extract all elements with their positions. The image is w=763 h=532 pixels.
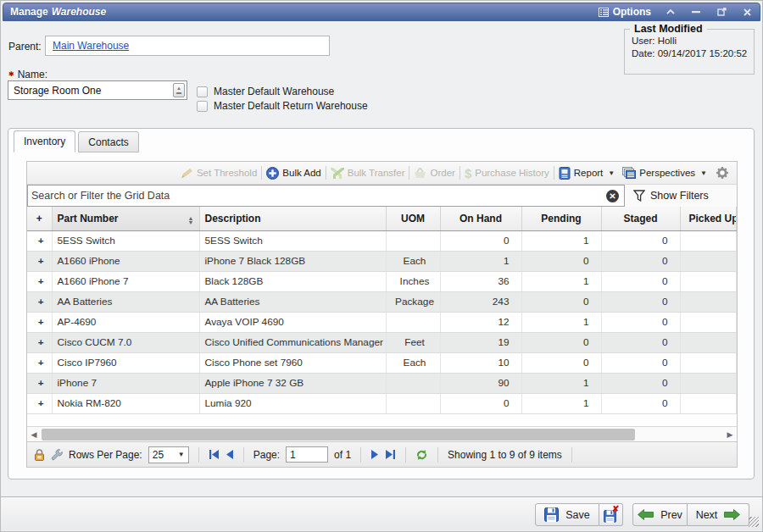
cell-picked [680, 373, 737, 393]
cell-part: iPhone 7 [52, 373, 199, 393]
basket-icon [414, 168, 426, 179]
save-and-close-button[interactable]: ✘ [599, 503, 623, 526]
last-modified-panel: Last Modified User: Holli Date: 09/14/20… [624, 29, 755, 75]
table-row[interactable]: +Nokia RM-820Lumia 920010 [27, 393, 737, 413]
set-threshold-button[interactable]: Set Threshold [176, 168, 261, 179]
row-expand-icon[interactable]: + [27, 291, 52, 312]
cell-uom: Each [386, 251, 440, 271]
next-button[interactable]: Next [688, 503, 749, 526]
table-row[interactable]: +AA BatteriesAA BatteriesPackage24300 [27, 291, 737, 312]
cell-pending: 1 [521, 312, 601, 332]
row-expand-icon[interactable]: + [27, 352, 52, 373]
popout-icon [717, 8, 727, 16]
gear-icon [716, 167, 728, 179]
refresh-button[interactable] [415, 449, 428, 461]
row-expand-icon[interactable]: + [27, 271, 52, 291]
master-default-warehouse-checkbox[interactable] [197, 86, 208, 97]
wrench-icon[interactable] [51, 449, 63, 461]
cell-on_hand: 19 [440, 332, 521, 352]
table-row[interactable]: +5ESS Switch5ESS Switch010 [27, 230, 737, 251]
options-label: Options [613, 6, 651, 18]
grid-settings-gear-icon[interactable] [711, 167, 732, 179]
row-expand-icon[interactable]: + [27, 251, 52, 271]
clear-search-icon[interactable]: ✕ [606, 190, 619, 202]
table-row[interactable]: +Cisco IP7960Cisco Phone set 7960Each100… [27, 352, 737, 373]
prev-button[interactable]: Prev [632, 503, 688, 526]
inventory-grid: Set Threshold Bulk Add Bulk Transfer [26, 161, 738, 468]
name-spinner-icon[interactable]: ▲▬ [173, 83, 185, 97]
parent-warehouse-link[interactable]: Main Warehouse [53, 40, 129, 52]
horizontal-scrollbar[interactable]: ◀ ▶ [27, 426, 737, 441]
table-row[interactable]: +A1660 iPhoneiPhone 7 Black 128GBEach100 [27, 251, 737, 271]
column-header-description[interactable]: Description [199, 207, 386, 230]
show-filters-button[interactable]: Show Filters [625, 185, 737, 207]
tab-inventory[interactable]: Inventory [14, 130, 75, 152]
row-expand-icon[interactable]: + [27, 312, 52, 332]
cell-part: AP-4690 [52, 312, 199, 332]
cell-on_hand: 243 [440, 291, 521, 312]
cell-picked [680, 352, 737, 373]
dollar-icon: $ [465, 168, 471, 179]
name-field[interactable]: Storage Room One ▲▬ [8, 80, 187, 100]
rows-per-page-label: Rows Per Page: [69, 449, 142, 461]
master-default-return-warehouse-label: Master Default Return Warehouse [214, 100, 368, 112]
master-default-warehouse-label: Master Default Warehouse [214, 86, 334, 97]
cell-staged: 0 [601, 393, 680, 413]
tab-contacts[interactable]: Contacts [78, 131, 138, 152]
options-menu-button[interactable]: Options [599, 6, 651, 18]
bulk-transfer-button[interactable]: Bulk Transfer [326, 168, 409, 179]
cell-picked [680, 312, 737, 332]
resize-handle[interactable] [749, 517, 759, 527]
table-row[interactable]: +Cisco CUCM 7.0Cisco Unified Communicati… [27, 332, 737, 352]
column-header-part-number[interactable]: Part Number▲▼ [52, 207, 199, 230]
cell-picked [680, 332, 737, 352]
scroll-left-arrow[interactable]: ◀ [27, 430, 41, 439]
lock-icon[interactable] [34, 449, 45, 461]
first-page-button[interactable] [209, 450, 220, 459]
minimize-button[interactable] [690, 8, 702, 15]
grid-search-input[interactable]: Search or Filter the Grid Data ✕ [27, 185, 625, 207]
row-expand-icon[interactable]: + [27, 373, 52, 393]
pencil-icon [181, 168, 193, 179]
collapse-button[interactable] [665, 9, 677, 14]
save-disk-icon [544, 507, 559, 522]
prev-page-button[interactable] [226, 450, 234, 459]
row-expand-icon[interactable]: + [27, 332, 52, 352]
add-icon [266, 167, 279, 180]
row-expand-icon[interactable]: + [27, 230, 52, 251]
popout-button[interactable] [716, 8, 727, 16]
master-default-return-warehouse-checkbox[interactable] [197, 101, 208, 112]
column-header-staged[interactable]: Staged [601, 207, 680, 230]
sort-icon: ▲▼ [188, 216, 194, 224]
expand-all-header[interactable]: + [27, 207, 52, 230]
purchase-history-button[interactable]: $ Purchase History [460, 168, 554, 179]
parent-field[interactable]: Main Warehouse [45, 36, 330, 56]
close-button[interactable] [741, 8, 753, 16]
bulk-add-button[interactable]: Bulk Add [262, 167, 325, 180]
save-button[interactable]: Save [535, 503, 599, 526]
scrollbar-thumb[interactable] [42, 429, 635, 441]
column-header-picked-up[interactable]: Picked Up [680, 207, 737, 230]
perspectives-button[interactable]: Perspectives▼ [619, 167, 711, 179]
rows-per-page-select[interactable]: 25▼ [148, 446, 189, 463]
order-button[interactable]: Order [409, 168, 459, 179]
report-icon [559, 167, 571, 180]
cell-on_hand: 1 [440, 251, 521, 271]
cell-staged: 0 [601, 312, 680, 332]
table-row[interactable]: +iPhone 7Apple iPhone 7 32 GB9010 [27, 373, 737, 393]
window-titlebar: ManageWarehouse Options [3, 3, 760, 21]
report-button[interactable]: Report▼ [554, 167, 619, 180]
cell-on_hand: 36 [440, 271, 521, 291]
table-row[interactable]: +AP-4690Avaya VOIP 46901210 [27, 312, 737, 332]
last-page-button[interactable] [385, 450, 396, 459]
page-number-input[interactable]: 1 [286, 446, 328, 463]
column-header-pending[interactable]: Pending [521, 207, 601, 230]
row-expand-icon[interactable]: + [27, 393, 52, 413]
next-page-button[interactable] [370, 450, 379, 459]
table-row[interactable]: +A1660 iPhone 7Black 128GBInches3610 [27, 271, 737, 291]
last-modified-legend: Last Modified [630, 23, 707, 35]
scroll-right-arrow[interactable]: ▶ [723, 430, 737, 439]
column-header-uom[interactable]: UOM [386, 207, 440, 230]
column-header-on-hand[interactable]: On Hand [440, 207, 521, 230]
tab-panel: Inventory Contacts Set Threshold Bulk Ad… [8, 128, 755, 479]
